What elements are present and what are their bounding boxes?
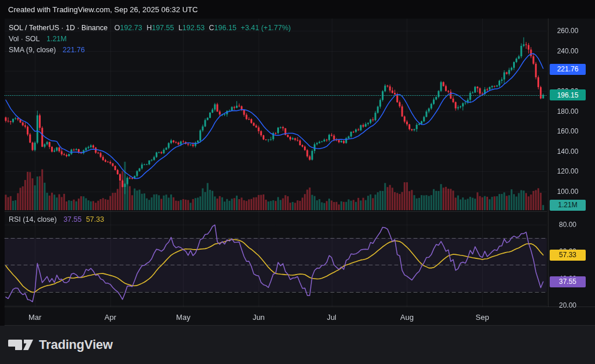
attribution-bar: Created with TradingView.com, Sep 26, 20… [8, 0, 198, 19]
last-price-badge: 196.15 [550, 89, 586, 100]
month-label-may: May [176, 313, 191, 322]
footer-bar: TradingView [0, 326, 595, 364]
sma-label[interactable]: SMA (9, close) [9, 46, 56, 54]
rsi-value: 37.55 [63, 215, 81, 224]
month-label-mar: Mar [28, 313, 41, 322]
symbol-title[interactable]: SOL / TetherUS · 1D · Binance [9, 24, 107, 32]
month-label-jun: Jun [253, 313, 265, 322]
sma-row: SMA (9, close) 221.76 [9, 45, 291, 56]
tradingview-logo-icon[interactable] [8, 340, 34, 351]
high-value: 197.55 [152, 24, 174, 32]
close-value: 196.15 [214, 24, 236, 32]
symbol-row: SOL / TetherUS · 1D · Binance O192.73 H1… [9, 23, 291, 34]
month-label-sep: Sep [476, 313, 489, 322]
low-value: 192.53 [182, 24, 205, 32]
month-label-apr: Apr [105, 313, 116, 322]
volume-row: Vol · SOL 1.21M [9, 34, 291, 45]
price-tick-label: 260.00 [550, 26, 586, 35]
rsi-ma-badge: 57.33 [550, 250, 586, 261]
rsi-legend: RSI (14, close) 37.55 57.33 [9, 215, 104, 224]
price-tick-label: 120.00 [550, 167, 586, 176]
rsi-tick-label: 20.00 [550, 301, 586, 310]
attribution-text: Created with TradingView.com, Sep 26, 20… [8, 5, 198, 14]
rsi-label[interactable]: RSI (14, close) [9, 215, 57, 224]
close-label: C [209, 24, 214, 32]
volume-badge: 1.21M [550, 200, 586, 211]
price-tick-label: 160.00 [550, 127, 586, 136]
price-tick-label: 180.00 [550, 107, 586, 116]
rsi-badge: 37.55 [550, 276, 586, 287]
main-chart-legend: SOL / TetherUS · 1D · Binance O192.73 H1… [9, 23, 291, 56]
price-tick-label: 100.00 [550, 187, 586, 196]
low-label: L [178, 24, 182, 32]
change-value: +3.41 (+1.77%) [241, 24, 291, 32]
volume-value: 1.21M [46, 35, 67, 43]
sma-value: 221.76 [63, 46, 85, 54]
tradingview-brand-text[interactable]: TradingView [39, 337, 113, 352]
price-tick-label: 240.00 [550, 46, 586, 56]
open-label: O [114, 24, 120, 32]
month-label-aug: Aug [400, 313, 414, 322]
rsi-tick-label: 80.00 [550, 220, 586, 229]
price-tick-label: 140.00 [550, 147, 586, 156]
volume-label[interactable]: Vol · SOL [9, 35, 40, 43]
open-value: 192.73 [120, 24, 142, 32]
month-label-jul: Jul [327, 313, 336, 322]
sma-price-badge: 221.76 [550, 64, 586, 75]
rsi-ma-value: 57.33 [86, 215, 104, 224]
high-label: H [146, 24, 152, 32]
